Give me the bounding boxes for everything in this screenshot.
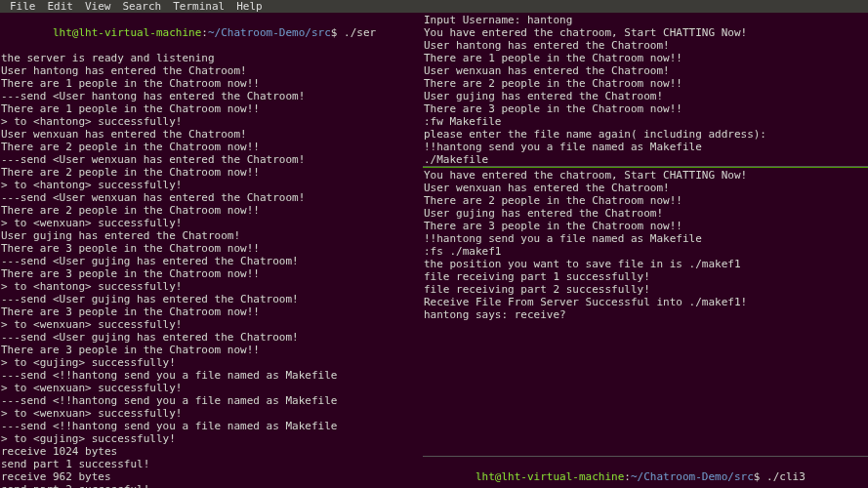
- terminal-line: receive 962 bytes: [1, 470, 421, 483]
- terminal-line: You have entered the chatroom, Start CHA…: [424, 169, 867, 182]
- terminal-line: > to <gujing> successfully!: [1, 356, 421, 369]
- terminal-line: ---send <User gujing has entered the Cha…: [1, 331, 421, 344]
- terminal-line: Receive File From Server Successful into…: [424, 296, 867, 308]
- terminal-line: > to <wenxuan> successfully!: [1, 382, 421, 394]
- terminal-line: > to <wenxuan> successfully!: [1, 318, 421, 331]
- terminal-line: :fw Makefile: [424, 115, 867, 128]
- terminal-line: There are 2 people in the Chatroom now!!: [1, 141, 421, 153]
- terminal-line: There are 2 people in the Chatroom now!!: [1, 166, 421, 179]
- terminal-line: ./Makefile: [424, 153, 867, 166]
- terminal-line: > to <wenxuan> successfully!: [1, 407, 421, 420]
- terminal-line: There are 2 people in the Chatroom now!!: [1, 204, 421, 217]
- terminal-line: User wenxuan has entered the Chatroom!: [424, 64, 867, 77]
- terminal-line: ---send <User wenxuan has entered the Ch…: [1, 153, 421, 166]
- prompt-host: lht-virtual-machine: [501, 470, 624, 483]
- terminal-line: file receiving part 1 successfully!: [424, 270, 867, 283]
- menu-edit[interactable]: Edit: [42, 0, 80, 13]
- terminal-line: There are 3 people in the Chatroom now!!: [424, 102, 867, 115]
- terminal-line: please enter the file name again( includ…: [424, 128, 867, 141]
- pane-client-gujing[interactable]: lht@lht-virtual-machine:~/Chatroom-Demo/…: [423, 457, 868, 488]
- terminal-line: ---send <!!hantong send you a file named…: [1, 394, 421, 407]
- prompt-cmd: ./cli3: [766, 470, 806, 483]
- terminal-line: Input Username: hantong: [424, 14, 867, 26]
- terminal-line: the server is ready and listening: [1, 52, 421, 64]
- terminal-line: ---send <!!hantong send you a file named…: [1, 369, 421, 382]
- terminal-line: ---send <User wenxuan has entered the Ch…: [1, 191, 421, 204]
- menu-help[interactable]: Help: [230, 0, 269, 13]
- terminal-line: User hantong has entered the Chatroom!: [1, 64, 421, 77]
- prompt-host: lht-virtual-machine: [78, 26, 201, 39]
- terminal-line: :fs ./makef1: [424, 245, 867, 258]
- menu-file[interactable]: File: [4, 0, 42, 13]
- terminal-line: There are 2 people in the Chatroom now!!: [424, 77, 867, 90]
- prompt-user: lht: [53, 26, 72, 39]
- prompt-user: lht: [475, 470, 495, 483]
- pane-server[interactable]: lht@lht-virtual-machine:~/Chatroom-Demo/…: [0, 13, 422, 488]
- terminal-line: ---send <User hantong has entered the Ch…: [1, 90, 421, 102]
- terminal-line: > to <hantong> successfully!: [1, 115, 421, 128]
- terminal-line: > to <hantong> successfully!: [1, 280, 421, 293]
- terminal-line: !!hantong send you a file named as Makef…: [424, 232, 867, 245]
- terminal-line: There are 3 people in the Chatroom now!!: [1, 344, 421, 356]
- terminal-line: There are 3 people in the Chatroom now!!: [424, 220, 867, 232]
- terminal-line: There are 1 people in the Chatroom now!!: [1, 102, 421, 115]
- terminal-line: There are 1 people in the Chatroom now!!: [424, 52, 867, 64]
- terminal-line: ---send <User gujing has entered the Cha…: [1, 293, 421, 305]
- terminal-line: hantong says: receive?: [424, 308, 867, 321]
- terminal-line: User gujing has entered the Chatroom!: [424, 90, 867, 102]
- prompt-path: ~/Chatroom-Demo/src: [208, 26, 331, 39]
- terminal-line: You have entered the chatroom, Start CHA…: [424, 26, 867, 39]
- terminal-line: send part 2 successful!: [1, 483, 421, 488]
- terminal-line: There are 2 people in the Chatroom now!!: [424, 194, 867, 207]
- terminal-line: ---send <User gujing has entered the Cha…: [1, 255, 421, 267]
- pane-client-hantong[interactable]: Input Username: hantongYou have entered …: [423, 13, 868, 167]
- terminal-line: User wenxuan has entered the Chatroom!: [424, 182, 867, 194]
- menu-search[interactable]: Search: [117, 0, 168, 13]
- terminal-line: User hantong has entered the Chatroom!: [424, 39, 867, 52]
- prompt-path: ~/Chatroom-Demo/src: [631, 470, 754, 483]
- menu-bar[interactable]: File Edit View Search Terminal Help: [0, 0, 868, 13]
- prompt-cmd: ./ser: [344, 26, 376, 39]
- terminal-line: file receiving part 2 successfully!: [424, 283, 867, 296]
- menu-terminal[interactable]: Terminal: [167, 0, 230, 13]
- terminal-line: There are 3 people in the Chatroom now!!: [1, 267, 421, 280]
- terminal-line: receive 1024 bytes: [1, 445, 421, 458]
- terminal-line: User gujing has entered the Chatroom!: [424, 207, 867, 220]
- terminal-line: There are 1 people in the Chatroom now!!: [1, 77, 421, 90]
- terminal-line: send part 1 successful!: [1, 458, 421, 470]
- terminal-line: the position you want to save file in is…: [424, 258, 867, 270]
- menu-view[interactable]: View: [79, 0, 117, 13]
- terminal-line: User gujing has entered the Chatroom!: [1, 229, 421, 242]
- pane-client-wenxuan[interactable]: You have entered the chatroom, Start CHA…: [423, 167, 868, 457]
- terminal-line: > to <hantong> successfully!: [1, 179, 421, 191]
- terminal-line: ---send <!!hantong send you a file named…: [1, 420, 421, 432]
- terminal-area: lht@lht-virtual-machine:~/Chatroom-Demo/…: [0, 13, 868, 488]
- terminal-line: > to <gujing> successfully!: [1, 432, 421, 445]
- terminal-line: User wenxuan has entered the Chatroom!: [1, 128, 421, 141]
- terminal-line: There are 3 people in the Chatroom now!!: [1, 305, 421, 318]
- terminal-line: There are 3 people in the Chatroom now!!: [1, 242, 421, 255]
- terminal-line: > to <wenxuan> successfully!: [1, 217, 421, 229]
- terminal-line: !!hantong send you a file named as Makef…: [424, 141, 867, 153]
